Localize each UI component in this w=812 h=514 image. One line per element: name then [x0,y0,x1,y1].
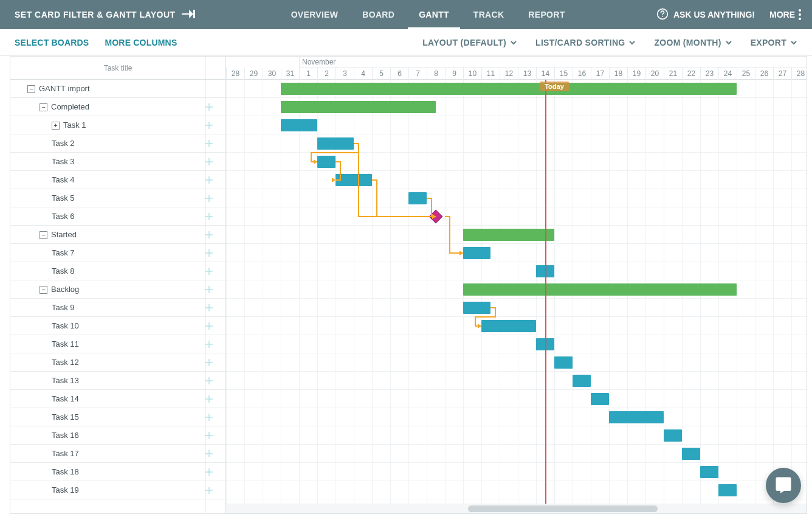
more-menu-button[interactable]: MORE [766,9,805,20]
dropdown-zoom[interactable]: ZOOM (MONTH) [654,38,732,47]
chevron-down-icon [790,39,797,46]
sub-toolbar: SELECT BOARDSMORE COLUMNS LAYOUT (DEFAUL… [0,29,812,56]
help-icon [656,8,669,22]
subnav-select-boards[interactable]: SELECT BOARDS [15,38,89,47]
dropdown-list/card[interactable]: LIST/CARD SORTING [535,38,636,47]
svg-rect-0 [193,10,195,18]
arrow-right-bar-icon [182,10,195,20]
kebab-icon [799,9,801,20]
dropdown-layout[interactable]: LAYOUT (DEFAULT) [422,38,517,47]
svg-point-2 [662,16,663,17]
top-navbar: SET CARD FILTER & GANTT LAYOUT OVERVIEWB… [0,0,812,29]
more-label: MORE [769,10,795,19]
tab-track[interactable]: TRACK [463,0,515,29]
chevron-down-icon [510,39,517,46]
set-filter-button[interactable]: SET CARD FILTER & GANTT LAYOUT [0,10,207,20]
subnav-more-columns[interactable]: MORE COLUMNS [105,38,177,47]
main-tabs: OVERVIEWBOARDGANTTTRACKREPORT [280,0,576,29]
tab-gantt[interactable]: GANTT [408,0,460,29]
dropdown-export[interactable]: EXPORT [751,38,797,47]
ask-label: ASK US ANYTHING! [673,10,755,19]
chevron-down-icon [725,39,732,46]
tab-board[interactable]: BOARD [351,0,405,29]
ask-us-button[interactable]: ASK US ANYTHING! [656,8,755,22]
tab-overview[interactable]: OVERVIEW [280,0,349,29]
filter-label: SET CARD FILTER & GANTT LAYOUT [15,10,176,19]
tab-report[interactable]: REPORT [517,0,576,29]
chevron-down-icon [628,39,636,46]
